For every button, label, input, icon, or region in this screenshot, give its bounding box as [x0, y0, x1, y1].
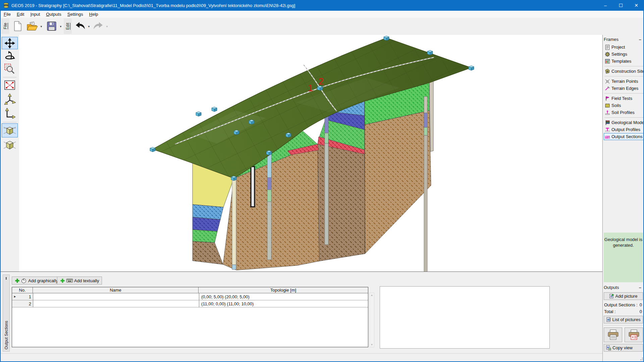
status-message-box: Geological model is generated.: [604, 233, 643, 282]
axes-3d-tool-button[interactable]: [2, 92, 18, 106]
axes-2d-icon: [4, 107, 16, 120]
total-count-row: Total : 0: [604, 309, 643, 314]
scroll-down-icon[interactable]: ▼: [370, 343, 374, 346]
close-button[interactable]: ✕: [629, 0, 644, 11]
table-scrollbar[interactable]: ▲ ▼: [369, 293, 374, 347]
borehole-d: [424, 97, 427, 272]
east-layer-brown: [365, 111, 431, 254]
scroll-up-icon[interactable]: ▲: [370, 294, 374, 297]
add-picture-button[interactable]: B Add picture: [604, 292, 643, 300]
cell-topology: (0,00; 5,00) (20,00; 5,00): [199, 293, 368, 300]
layer-brown: [193, 241, 223, 264]
frame-item-soils[interactable]: Soils: [604, 102, 644, 109]
print-selection-button[interactable]: [625, 327, 643, 342]
menu-outputs[interactable]: Outputs: [43, 11, 64, 17]
axes-2d-tool-button[interactable]: [2, 107, 18, 121]
window-title: GEO5 2019 - Stratigraphy [C:\_Stahovat\S…: [11, 3, 295, 8]
borehole-a: [267, 153, 271, 260]
output-sections-vertical-tab[interactable]: I Output Sections: [3, 275, 10, 352]
layer-green: [193, 230, 217, 243]
outputs-title: Outputs: [604, 285, 619, 290]
panel-pin-icon: I: [3, 276, 9, 280]
right-sidebar: Frames – Project Settings Templates Cons…: [602, 35, 644, 361]
column-header-no[interactable]: No.: [12, 287, 33, 293]
add-picture-icon: B: [609, 294, 614, 299]
mouse-icon: [21, 278, 27, 283]
templates-icon: [605, 59, 610, 64]
svg-text:3€: 3€: [8, 84, 11, 86]
column-header-name[interactable]: Name: [33, 287, 199, 293]
borehole-b: [325, 112, 328, 245]
zoom-extents-tool-button[interactable]: 3€: [2, 79, 18, 91]
axonometry-view-button[interactable]: [2, 138, 18, 152]
open-file-button[interactable]: [25, 19, 39, 33]
undo-dropdown-arrow[interactable]: ▼: [87, 24, 91, 28]
add-textually-button[interactable]: Add textually: [57, 277, 102, 285]
frame-item-output-profiles[interactable]: Output Profiles: [604, 126, 644, 133]
edit-toolbar-tab[interactable]: Edit: [64, 18, 72, 34]
column-header-topology[interactable]: Topologie [m]: [199, 287, 368, 293]
file-toolbar-tab[interactable]: File: [1, 18, 9, 34]
outputs-minimize-button[interactable]: –: [639, 285, 641, 290]
project-icon: [605, 45, 610, 50]
soils-icon: [605, 103, 610, 108]
layer-navy: [193, 217, 220, 231]
frame-item-settings[interactable]: Settings: [604, 51, 644, 58]
terrain-points-icon: [605, 79, 610, 84]
resize-grip[interactable]: [639, 356, 643, 360]
section-preview-box: [380, 286, 550, 349]
open-folder-icon: [26, 21, 38, 31]
frame-item-field-tests[interactable]: Field Tests: [604, 95, 644, 102]
frames-minimize-button[interactable]: –: [639, 37, 641, 42]
menu-help[interactable]: Help: [86, 11, 101, 17]
title-bar: GEO5 2019 - Stratigraphy [C:\_Stahovat\S…: [0, 0, 644, 11]
zoom-window-tool-button[interactable]: [2, 63, 18, 75]
list-of-pictures-button[interactable]: B List of pictures: [604, 316, 643, 323]
add-graphically-button[interactable]: Add graphically: [12, 277, 61, 285]
frame-item-project[interactable]: Project: [604, 44, 644, 51]
redo-button[interactable]: [92, 19, 105, 33]
menu-settings[interactable]: Settings: [64, 11, 86, 17]
copy-view-button[interactable]: B Copy view: [604, 344, 643, 352]
undo-button[interactable]: [74, 19, 87, 33]
menu-file[interactable]: File: [1, 11, 14, 17]
perspective-view-button[interactable]: [2, 123, 18, 137]
table-row[interactable]: 2 (11,00; 0,00) (11,00; 10,00): [12, 300, 368, 307]
maximize-button[interactable]: ☐: [613, 0, 629, 11]
menu-edit[interactable]: Edit: [14, 11, 27, 17]
save-dropdown-arrow[interactable]: ▼: [59, 24, 62, 28]
field-tests-icon: [605, 96, 610, 101]
frame-item-soil-profiles[interactable]: Soil Profiles: [604, 109, 644, 116]
toolbar-separator: [3, 77, 16, 77]
outputs-separator: [604, 325, 643, 325]
toolbar-separator: [3, 122, 16, 122]
frames-separator: [604, 93, 643, 94]
frame-item-terrain-edges[interactable]: Terrain Edges: [604, 85, 644, 92]
section-label-2: 2: [319, 76, 324, 86]
total-count: 0: [640, 309, 643, 314]
zoom-window-icon: [4, 63, 15, 75]
menu-input[interactable]: Input: [27, 11, 43, 17]
borehole-black: [251, 167, 255, 207]
redo-dropdown-arrow: ▼: [105, 24, 109, 28]
frame-item-terrain-points[interactable]: Terrain Points: [604, 78, 644, 85]
rotate-tool-button[interactable]: [2, 50, 18, 62]
frame-item-output-sections[interactable]: Output Sections: [604, 133, 644, 140]
save-file-button[interactable]: [45, 19, 58, 33]
pan-icon: [4, 38, 15, 49]
main-toolbar: File ▼ ▼ Edit: [1, 18, 643, 35]
frame-item-construction-site[interactable]: Construction Site: [604, 68, 644, 75]
section-label-1: 1: [308, 83, 313, 93]
keyboard-icon: [66, 278, 73, 283]
pan-tool-button[interactable]: [2, 37, 18, 49]
frame-item-geological-model[interactable]: Geological Model: [604, 119, 644, 126]
undo-icon: [75, 21, 86, 31]
minimize-button[interactable]: –: [598, 0, 613, 11]
open-dropdown-arrow[interactable]: ▼: [40, 24, 43, 28]
frame-item-templates[interactable]: Templates: [604, 58, 644, 65]
view-toolbar: 3€: [1, 35, 19, 272]
new-file-button[interactable]: [11, 19, 23, 33]
model-3d-viewport[interactable]: 1 2: [19, 35, 602, 272]
table-row[interactable]: ➤1 (0,00; 5,00) (20,00; 5,00): [12, 293, 368, 300]
print-button[interactable]: [604, 327, 622, 342]
